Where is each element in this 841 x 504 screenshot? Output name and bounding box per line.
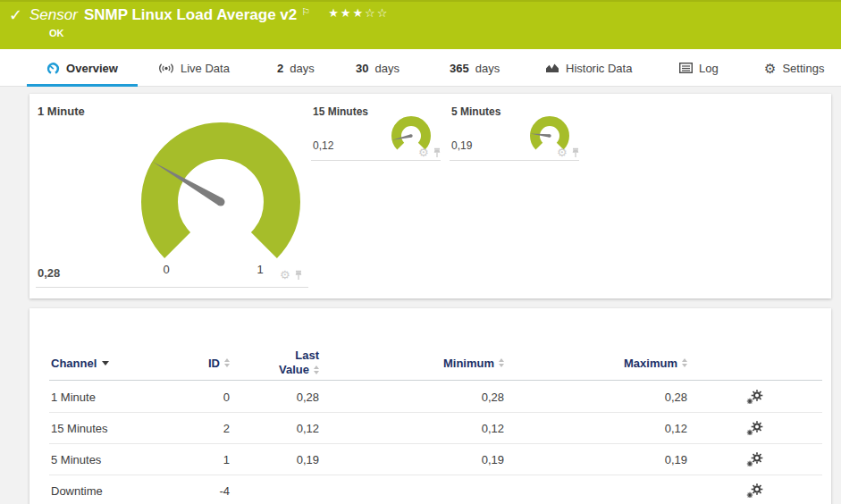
minimum-cell: 0,28 xyxy=(319,391,504,404)
channel-settings-icon xyxy=(746,390,763,404)
maximum-cell: 0,12 xyxy=(504,422,687,435)
tab-live-data[interactable]: Live Data xyxy=(158,49,230,87)
column-header-maximum[interactable]: Maximum xyxy=(504,349,687,377)
gauges-panel: 1 Minute 010,28⚙15 Minutes 0,12⚙5 Minute… xyxy=(29,94,831,298)
settings-gear-icon: ⚙ xyxy=(764,62,776,75)
channel-id-cell: 0 xyxy=(185,391,230,404)
gauge-value: 0,12 xyxy=(313,139,333,152)
ok-check-icon: ✓ xyxy=(9,5,22,25)
header-divider xyxy=(49,380,822,381)
tab-log[interactable]: Log xyxy=(679,49,719,87)
sensor-title: SNMP Linux Load Average v2 xyxy=(84,5,297,25)
channel-name-cell[interactable]: 5 Minutes xyxy=(49,453,185,466)
maximum-cell: 0,28 xyxy=(504,391,687,404)
gauge-icon xyxy=(46,62,60,75)
maximum-cell: 0,19 xyxy=(504,453,687,466)
column-header-id[interactable]: ID xyxy=(185,349,230,377)
column-label: Minimum xyxy=(443,357,494,370)
gear-icon[interactable]: ⚙ xyxy=(418,147,429,158)
column-label: Last xyxy=(295,349,319,363)
minimum-cell: 0,12 xyxy=(319,422,504,435)
channel-name-cell[interactable]: Downtime xyxy=(49,484,185,498)
edit-channel-button[interactable] xyxy=(746,421,763,435)
tab-historic-data[interactable]: Historic Data xyxy=(545,49,632,87)
channel-name-cell[interactable]: 1 Minute xyxy=(49,391,185,404)
column-header-channel[interactable]: Channel xyxy=(49,349,185,377)
last-value-cell: 0,12 xyxy=(230,422,319,435)
column-header-minimum[interactable]: Minimum xyxy=(319,349,504,377)
table-row: 1 Minute 0 0,28 0,28 0,28 xyxy=(49,382,822,413)
channel-settings-icon xyxy=(746,452,763,466)
column-label: Channel xyxy=(51,357,97,370)
channel-id-cell: 2 xyxy=(185,422,230,435)
tab-days-2[interactable]: 2days xyxy=(277,49,315,87)
table-header-row: ChannelIDLastValueMinimumMaximum xyxy=(49,349,822,377)
priority-stars[interactable]: ★★★☆☆ xyxy=(328,5,389,21)
channel-settings-icon xyxy=(746,483,763,498)
divider xyxy=(36,287,308,288)
tab-label: Log xyxy=(699,62,719,75)
sort-desc-icon xyxy=(102,361,109,365)
gauge-title: 5 Minutes xyxy=(451,105,500,118)
tab-label: days xyxy=(475,62,500,75)
column-label: Maximum xyxy=(624,357,677,370)
channel-settings-icon xyxy=(746,421,763,435)
gauge-value: 0,28 xyxy=(38,266,60,280)
tab-bar: OverviewLive Data2days30days365daysHisto… xyxy=(0,49,841,87)
pin-icon[interactable] xyxy=(294,270,303,281)
tab-label: Overview xyxy=(66,62,118,75)
column-label: ID xyxy=(208,357,220,370)
tab-days-365[interactable]: 365days xyxy=(450,49,500,87)
channels-table: ChannelIDLastValueMinimumMaximum 1 Minut… xyxy=(29,308,831,504)
divider xyxy=(450,160,579,161)
tab-label: Settings xyxy=(782,62,824,75)
edit-channel-button[interactable] xyxy=(746,390,763,404)
historic-data-icon xyxy=(545,63,559,73)
pin-icon[interactable] xyxy=(571,147,580,158)
last-value-cell: 0,19 xyxy=(230,453,319,466)
pin-icon[interactable] xyxy=(433,147,442,158)
channel-id-cell: -4 xyxy=(185,484,230,498)
tab-overview[interactable]: Overview xyxy=(27,49,138,87)
tab-settings[interactable]: ⚙Settings xyxy=(764,49,824,87)
channels-panel: ChannelIDLastValueMinimumMaximum 1 Minut… xyxy=(29,308,831,504)
gauge-value: 0,19 xyxy=(451,139,472,152)
object-kind-label: Sensor xyxy=(29,5,78,25)
gauge-actions[interactable]: ⚙ xyxy=(418,147,442,158)
tab-days-30[interactable]: 30days xyxy=(356,49,399,87)
gauge-title: 1 Minute xyxy=(38,105,85,118)
content-area: 1 Minute 010,28⚙15 Minutes 0,12⚙5 Minute… xyxy=(0,87,841,504)
gear-icon[interactable]: ⚙ xyxy=(280,269,290,281)
gauge-actions[interactable]: ⚙ xyxy=(557,147,580,158)
gauge-actions[interactable]: ⚙ xyxy=(280,269,303,281)
table-body: 1 Minute 0 0,28 0,28 0,28 15 Minutes 2 0… xyxy=(49,382,822,504)
channel-name-cell[interactable]: 15 Minutes xyxy=(49,422,185,435)
gear-icon[interactable]: ⚙ xyxy=(557,147,568,158)
column-label: Value xyxy=(279,363,309,377)
divider xyxy=(311,160,441,161)
last-value-cell: 0,28 xyxy=(230,391,319,404)
live-data-icon xyxy=(158,63,174,74)
prtg-sensor-page: ✓ Sensor SNMP Linux Load Average v2 ⚐ ★★… xyxy=(0,0,841,504)
tab-label: Historic Data xyxy=(566,62,632,75)
table-row: 15 Minutes 2 0,12 0,12 0,12 xyxy=(49,413,822,444)
tab-label: days xyxy=(374,62,399,75)
sensor-status-text: OK xyxy=(49,28,64,38)
tab-number: 365 xyxy=(450,62,469,75)
column-header-actions xyxy=(687,349,822,377)
tab-label: Live Data xyxy=(181,62,230,75)
channel-id-cell: 1 xyxy=(185,453,230,466)
sensor-title-row: Sensor SNMP Linux Load Average v2 ⚐ ★★★☆… xyxy=(29,5,389,25)
tab-number: 2 xyxy=(277,62,283,75)
table-row: Downtime -4 xyxy=(49,475,822,504)
table-row: 5 Minutes 1 0,19 0,19 0,19 xyxy=(49,444,822,475)
tab-label: days xyxy=(290,62,314,75)
sensor-status-banner: ✓ Sensor SNMP Linux Load Average v2 ⚐ ★★… xyxy=(0,0,841,49)
tab-number: 30 xyxy=(356,62,368,75)
edit-channel-button[interactable] xyxy=(746,483,763,498)
flag-icon[interactable]: ⚐ xyxy=(301,5,310,18)
edit-channel-button[interactable] xyxy=(746,452,763,466)
minimum-cell: 0,19 xyxy=(319,453,504,466)
gauge-scale-max: 1 xyxy=(251,263,269,276)
column-header-last-value[interactable]: LastValue xyxy=(230,349,319,377)
